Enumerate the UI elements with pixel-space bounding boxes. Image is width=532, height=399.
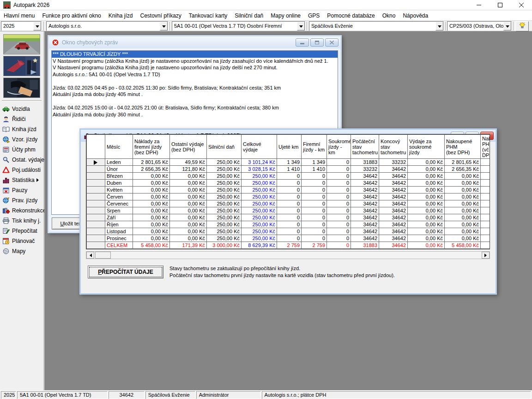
menu-item-cestovn-p-kazy[interactable]: Cestovní příkazy: [136, 11, 185, 20]
sidebar-item-kniha-j-zd[interactable]: Kniha jízd: [0, 124, 44, 134]
sidebar-item-ostat-v-daje[interactable]: Ostat. výdaje: [0, 155, 44, 165]
table-row-celkem[interactable]: CELKEM5 458,00 Kč171,39 Kč3 000,00 Kč8 6…: [87, 242, 490, 249]
status-bar: 20255A1 00-01 (Opel Vectra 1.7 TD)34642S…: [0, 390, 532, 399]
row-selector[interactable]: [87, 187, 105, 193]
bar-chart-icon: [2, 176, 10, 184]
menu-item-funkce-pro-aktivn-okno[interactable]: Funkce pro aktivní okno: [38, 11, 104, 20]
chevron-down-icon[interactable]: [33, 22, 41, 30]
app-titlebar[interactable]: Autopark 2026: [0, 0, 532, 10]
scroll-right-arrow[interactable]: [482, 252, 490, 259]
scrollbar-thumb[interactable]: [95, 252, 111, 259]
error-message-line[interactable]: V Nastavení programu (záložka Kniha jízd…: [52, 58, 338, 65]
error-message-line[interactable]: [52, 98, 338, 105]
error-message-line[interactable]: Aktuální jízda má dobu jízdy 405 minut .: [52, 91, 338, 98]
magnifier-icon: [2, 156, 10, 163]
close-button[interactable]: [325, 38, 339, 47]
year-combobox[interactable]: 2025: [1, 21, 42, 31]
table-row-z[interactable]: Září0,00 Kč0,00 Kč250,00 Kč250,00 Kč0003…: [87, 214, 490, 221]
sidebar-item-vozidla[interactable]: Vozidla: [0, 104, 44, 114]
close-button[interactable]: [511, 0, 532, 10]
minimize-button[interactable]: [296, 38, 309, 47]
row-selector[interactable]: [87, 228, 105, 235]
sidebar-item-pl-nova[interactable]: Plánovač: [0, 236, 44, 246]
sidebar-item-idi-i[interactable]: Řidiči: [0, 114, 44, 124]
menu-item-silni-n-da[interactable]: Silniční daň: [231, 11, 267, 20]
row-selector[interactable]: [87, 200, 105, 207]
trip-order-combobox[interactable]: CP25/003 (Ostrava, Olomouc): [447, 21, 512, 31]
scroll-left-arrow[interactable]: [86, 252, 94, 259]
sidebar-item-poj-ud-losti[interactable]: Poj.události: [0, 165, 44, 175]
error-window-titlebar[interactable]: Okno chybových zpráv: [49, 36, 340, 48]
current-row-arrow-icon: [94, 160, 100, 165]
table-row-erven[interactable]: Červen0,00 Kč0,00 Kč250,00 Kč250,00 Kč00…: [87, 193, 490, 200]
recalculate-button[interactable]: PŘEPOČÍTAT ÚDAJE: [88, 266, 163, 278]
chevron-down-icon[interactable]: [297, 22, 305, 30]
sidebar-item-vzor-j-zdy[interactable]: Vzor. jízdy: [0, 134, 44, 145]
menu-item-okno[interactable]: Okno: [379, 11, 399, 20]
driver-combobox[interactable]: Spáčilová Evženie: [309, 21, 444, 31]
error-message-line[interactable]: *** DLOUHO TRVAJÍCÍ JÍZDY ***: [52, 51, 338, 58]
table-row-duben[interactable]: Duben0,00 Kč0,00 Kč250,00 Kč250,00 Kč000…: [87, 180, 490, 187]
row-selector[interactable]: [87, 221, 105, 228]
row-selector[interactable]: [87, 235, 105, 242]
table-row-prosinec[interactable]: Prosinec0,00 Kč0,00 Kč250,00 Kč250,00 Kč…: [87, 235, 490, 242]
table-row-nor[interactable]: Únor2 656,35 Kč121,80 Kč250,00 Kč3 028,1…: [87, 166, 490, 173]
menu-bar: Hlavní menuFunkce pro aktivní oknoKniha …: [0, 11, 532, 20]
table-row-jen[interactable]: Říjen0,00 Kč0,00 Kč250,00 Kč250,00 Kč000…: [87, 221, 490, 228]
menu-item-gps[interactable]: GPS: [304, 11, 323, 20]
table-row-b-ezen[interactable]: Březen0,00 Kč0,00 Kč250,00 Kč250,00 Kč00…: [87, 173, 490, 180]
sidebar-item-p-epo-tat[interactable]: Přepočítat: [0, 226, 44, 236]
globe-arrows-icon: [2, 136, 10, 143]
sidebar-item-statistika[interactable]: Statistika: [0, 175, 44, 185]
error-message-line[interactable]: [52, 78, 338, 85]
error-message-line[interactable]: V Nastavení programu (záložka Kniha jízd…: [52, 64, 338, 71]
row-selector[interactable]: [87, 173, 105, 180]
table-row-kv-ten[interactable]: Květen0,00 Kč0,00 Kč250,00 Kč250,00 Kč00…: [87, 187, 490, 193]
error-message-line[interactable]: Jízda: 04.02.2025 15:00 út - 04.02.2025 …: [52, 104, 338, 111]
menu-item-kniha-j-zd[interactable]: Kniha jízd: [105, 11, 137, 20]
sidebar-item-rekonstrukce[interactable]: Rekonstrukce: [0, 206, 44, 216]
error-message-line[interactable]: Jízda: 03.02.2025 04:45 po - 03.02.2025 …: [52, 85, 338, 91]
row-selector[interactable]: [87, 180, 105, 187]
chevron-down-icon[interactable]: [435, 22, 443, 30]
sidebar-item-pauzy[interactable]: Pauzy: [0, 185, 44, 195]
error-icon: [52, 39, 59, 46]
menu-item-tankovac-karty[interactable]: Tankovací karty: [185, 11, 231, 20]
sidebar-item-prav-j-zdy[interactable]: Prav. jízdy: [0, 195, 44, 206]
status-panel-0: 2025: [1, 391, 16, 399]
sidebar-item-ty-phm[interactable]: Účty phm: [0, 145, 44, 155]
maximize-button[interactable]: [490, 0, 511, 10]
recalculate-info-text: Stavy tachometru se zaktualizují po přep…: [169, 265, 395, 279]
book-icon: [2, 126, 10, 133]
column-header: Ostatní výdaje (bez DPH): [170, 135, 207, 159]
menu-item-pomocn-datab-ze[interactable]: Pomocné databáze: [323, 11, 378, 20]
table-row-listopad[interactable]: Listopad0,00 Kč0,00 Kč250,00 Kč250,00 Kč…: [87, 228, 490, 235]
horizontal-scrollbar[interactable]: [86, 251, 490, 259]
restore-button[interactable]: [310, 38, 324, 47]
table-row-srpen[interactable]: Srpen0,00 Kč0,00 Kč250,00 Kč250,00 Kč000…: [87, 207, 490, 214]
row-selector[interactable]: [87, 159, 105, 166]
chevron-down-icon[interactable]: [160, 22, 168, 30]
vehicle-combobox[interactable]: 5A1 00-01 (Opel Vectra 1.7 TD) Osobní Fi…: [172, 21, 305, 31]
error-message-line[interactable]: Aktuální jízda má dobu jízdy 360 minut .: [52, 111, 338, 118]
company-combobox[interactable]: Autologis s.r.o.: [46, 21, 168, 31]
table-header-row: MěsícNáklady za firemní jízdy (bez DPH)O…: [87, 135, 490, 159]
row-selector[interactable]: [87, 166, 105, 173]
sidebar-item-mapy[interactable]: Mapy: [0, 246, 44, 256]
row-selector[interactable]: [87, 214, 105, 221]
menu-item-n-pov-da[interactable]: Nápověda: [399, 11, 432, 20]
menu-item-hlavn-menu[interactable]: Hlavní menu: [0, 11, 38, 20]
menu-item-mapy-online[interactable]: Mapy online: [267, 11, 304, 20]
error-message-line[interactable]: Autologis s.r.o.: 5A1 00-01 (Opel Vectra…: [52, 71, 338, 78]
minimize-button[interactable]: [468, 0, 490, 10]
row-selector[interactable]: [87, 193, 105, 200]
sidebar-item-tisk-knihy-j[interactable]: Tisk knihy j.: [0, 216, 44, 226]
app-icon: [3, 1, 11, 9]
table-row-ervenec[interactable]: Červenec0,00 Kč0,00 Kč250,00 Kč250,00 Kč…: [87, 200, 490, 207]
table-row-leden[interactable]: Leden2 801,65 Kč49,59 Kč250,00 Kč3 101,2…: [87, 159, 490, 166]
tip-button[interactable]: [515, 21, 529, 31]
row-selector[interactable]: [87, 207, 105, 214]
row-selector[interactable]: [87, 242, 105, 249]
chevron-down-icon[interactable]: [503, 22, 511, 30]
column-header: Koncový stav tachometru: [379, 135, 408, 159]
